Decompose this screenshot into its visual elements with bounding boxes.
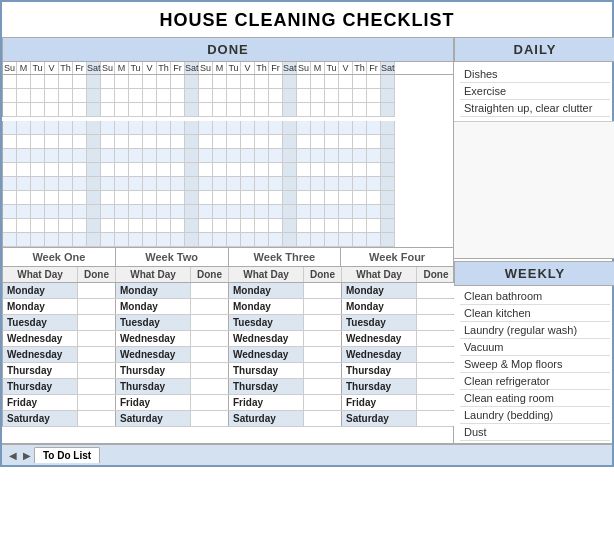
cell[interactable]	[17, 219, 31, 233]
cell[interactable]	[213, 149, 227, 163]
cell[interactable]	[213, 191, 227, 205]
cell[interactable]	[17, 121, 31, 135]
cell[interactable]	[185, 89, 199, 103]
cell[interactable]	[73, 135, 87, 149]
cell[interactable]	[311, 121, 325, 135]
cell[interactable]	[367, 233, 381, 247]
cell[interactable]	[87, 135, 101, 149]
cell[interactable]	[339, 205, 353, 219]
cell[interactable]	[311, 233, 325, 247]
cell[interactable]	[59, 163, 73, 177]
sched-done-4[interactable]	[417, 347, 455, 362]
cell[interactable]	[73, 219, 87, 233]
cell[interactable]	[255, 233, 269, 247]
cell[interactable]	[3, 191, 17, 205]
cell[interactable]	[31, 149, 45, 163]
cell[interactable]	[381, 205, 395, 219]
cell[interactable]	[283, 75, 297, 89]
cell[interactable]	[241, 191, 255, 205]
cell[interactable]	[45, 89, 59, 103]
cell[interactable]	[143, 89, 157, 103]
cell[interactable]	[3, 121, 17, 135]
tab-nav-right[interactable]: ▶	[20, 449, 34, 462]
cell[interactable]	[87, 163, 101, 177]
cell[interactable]	[227, 89, 241, 103]
cell[interactable]	[87, 191, 101, 205]
cell[interactable]	[31, 205, 45, 219]
cell[interactable]	[31, 135, 45, 149]
sched-done-2[interactable]	[191, 363, 229, 378]
cell[interactable]	[297, 75, 311, 89]
sched-done-4[interactable]	[417, 379, 455, 394]
cell[interactable]	[31, 103, 45, 117]
cell[interactable]	[213, 75, 227, 89]
cell[interactable]	[45, 205, 59, 219]
cell[interactable]	[269, 121, 283, 135]
cell[interactable]	[115, 75, 129, 89]
sched-done-1[interactable]	[78, 363, 116, 378]
cell[interactable]	[367, 191, 381, 205]
sched-done-4[interactable]	[417, 299, 455, 314]
cell[interactable]	[87, 103, 101, 117]
cell[interactable]	[199, 149, 213, 163]
cell[interactable]	[353, 121, 367, 135]
cell[interactable]	[171, 103, 185, 117]
cell[interactable]	[45, 149, 59, 163]
cell[interactable]	[101, 135, 115, 149]
cell[interactable]	[269, 163, 283, 177]
cell[interactable]	[367, 219, 381, 233]
cell[interactable]	[17, 191, 31, 205]
cell[interactable]	[311, 219, 325, 233]
cell[interactable]	[3, 163, 17, 177]
cell[interactable]	[255, 177, 269, 191]
cell[interactable]	[129, 163, 143, 177]
cell[interactable]	[269, 89, 283, 103]
cell[interactable]	[255, 163, 269, 177]
cell[interactable]	[325, 149, 339, 163]
cell[interactable]	[157, 191, 171, 205]
cell[interactable]	[87, 233, 101, 247]
cell[interactable]	[129, 75, 143, 89]
cell[interactable]	[241, 205, 255, 219]
cell[interactable]	[199, 121, 213, 135]
cell[interactable]	[213, 177, 227, 191]
cell[interactable]	[129, 121, 143, 135]
cell[interactable]	[73, 191, 87, 205]
cell[interactable]	[3, 177, 17, 191]
cell[interactable]	[213, 233, 227, 247]
cell[interactable]	[87, 177, 101, 191]
cell[interactable]	[17, 149, 31, 163]
cell[interactable]	[241, 233, 255, 247]
cell[interactable]	[143, 177, 157, 191]
cell[interactable]	[367, 149, 381, 163]
cell[interactable]	[269, 177, 283, 191]
cell[interactable]	[227, 121, 241, 135]
cell[interactable]	[241, 163, 255, 177]
cell[interactable]	[325, 163, 339, 177]
sched-done-2[interactable]	[191, 315, 229, 330]
cell[interactable]	[157, 121, 171, 135]
cell[interactable]	[143, 75, 157, 89]
cell[interactable]	[297, 121, 311, 135]
cell[interactable]	[129, 89, 143, 103]
sched-done-2[interactable]	[191, 411, 229, 426]
cell[interactable]	[367, 89, 381, 103]
cell[interactable]	[199, 163, 213, 177]
cell[interactable]	[45, 233, 59, 247]
cell[interactable]	[59, 191, 73, 205]
cell[interactable]	[3, 219, 17, 233]
sched-done-1[interactable]	[78, 395, 116, 410]
cell[interactable]	[101, 121, 115, 135]
cell[interactable]	[31, 121, 45, 135]
cell[interactable]	[115, 205, 129, 219]
cell[interactable]	[59, 233, 73, 247]
cell[interactable]	[367, 103, 381, 117]
cell[interactable]	[381, 121, 395, 135]
cell[interactable]	[185, 205, 199, 219]
cell[interactable]	[353, 149, 367, 163]
cell[interactable]	[3, 103, 17, 117]
sched-done-1[interactable]	[78, 331, 116, 346]
cell[interactable]	[339, 103, 353, 117]
cell[interactable]	[283, 191, 297, 205]
cell[interactable]	[73, 103, 87, 117]
